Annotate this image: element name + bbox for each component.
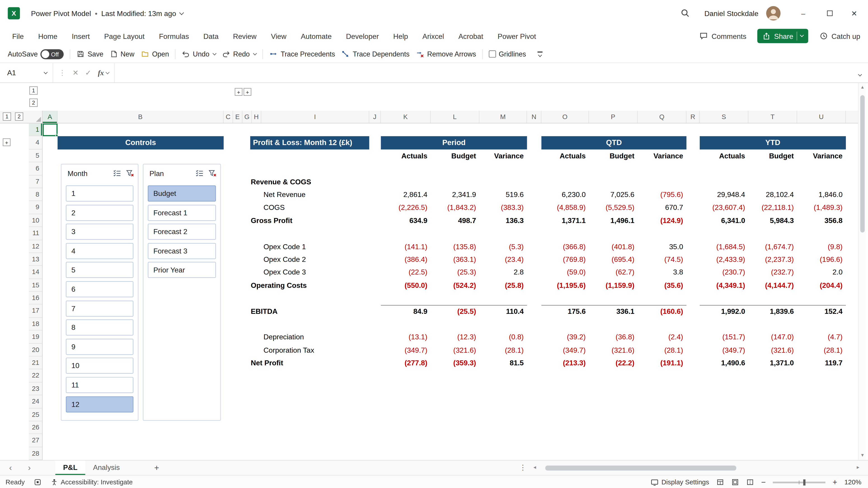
menu-automate[interactable]: Automate [301,32,332,40]
add-sheet-button[interactable]: + [151,461,163,476]
formula-input[interactable] [114,63,852,83]
cell-period-budget-r20[interactable]: (321.6) [431,344,479,357]
report-title-banner[interactable]: Profit & Loss: Month 12 (£k) [250,136,369,149]
zoom-level[interactable]: 120% [844,478,861,486]
row-header-22[interactable]: 22 [29,369,42,382]
cell-period-budget-r12[interactable]: (135.8) [431,240,479,253]
display-settings-button[interactable]: Display Settings [650,478,709,486]
menu-review[interactable]: Review [233,32,256,40]
cell-qtd-actuals-r19[interactable]: (39.2) [541,331,589,344]
row-header-9[interactable]: 9 [29,201,42,214]
sheet-tab-analysis[interactable]: Analysis [85,461,127,476]
horizontal-scrollbar[interactable]: ◄ ► [530,461,862,476]
column-outline-level-2-button[interactable]: 2 [29,98,38,107]
row-header-6[interactable]: 6 [29,162,42,175]
plan-slicer[interactable]: Plan BudgetForecast 1Forecast 2Forecast … [143,164,221,421]
scroll-right-icon[interactable]: ► [854,461,862,476]
month-item-5[interactable]: 5 [66,262,133,278]
row-header-27[interactable]: 27 [29,434,42,447]
qtd-group-banner[interactable]: QTD [541,136,686,149]
column-header-l[interactable]: L [431,111,479,123]
open-button[interactable]: Open [141,50,169,58]
cell-qtd-actuals-r20[interactable]: (349.7) [541,344,589,357]
sheet-tab-pnl[interactable]: P&L [55,461,85,476]
column-header-m[interactable]: M [479,111,527,123]
autosave-switch[interactable]: Off [40,49,64,59]
tab-options-icon[interactable]: ⋮ [519,461,526,476]
scroll-up-icon[interactable]: ▲ [859,83,866,92]
row-header-8[interactable]: 8 [29,188,42,201]
row-header-26[interactable]: 26 [29,421,42,434]
cell-period-variance-r13[interactable]: (23.4) [479,253,527,266]
vertical-scroll-thumb[interactable] [860,95,865,233]
column-header-t[interactable]: T [748,111,797,123]
menu-insert[interactable]: Insert [72,32,90,40]
plan-item-forecast-1[interactable]: Forecast 1 [148,205,216,221]
row-outline-level-1-button[interactable]: 1 [3,112,11,121]
zoom-slider[interactable] [773,482,826,483]
column-header-j[interactable]: J [369,111,381,123]
menu-formulas[interactable]: Formulas [159,32,189,40]
column-header-i[interactable]: I [261,111,369,123]
row-outline-level-2-button[interactable]: 2 [15,112,23,121]
sheet-nav-right-icon[interactable]: › [23,461,35,476]
cell-ytd-variance-r20[interactable]: (28.1) [797,344,846,357]
cell-period-variance-r10[interactable]: 136.3 [479,214,527,227]
row-header-11[interactable]: 11 [29,227,42,240]
row-header-25[interactable]: 25 [29,408,42,421]
expand-row-group-button[interactable]: + [3,139,10,146]
cell-ytd-budget-r21[interactable]: 1,371.0 [748,357,797,369]
multi-select-icon[interactable] [112,169,122,178]
cell-period-variance-r19[interactable]: (0.8) [479,331,527,344]
row-label-cogs[interactable]: COGS [264,201,285,214]
cell-ytd-actuals-r10[interactable]: 6,341.0 [700,214,748,227]
cell-ytd-actuals-r21[interactable]: 1,490.6 [700,357,748,369]
row-header-17[interactable]: 17 [29,305,42,318]
menu-view[interactable]: View [271,32,286,40]
formula-bar-expand-button[interactable] [852,68,868,78]
cell-period-budget-r17[interactable]: (25.5) [431,305,479,318]
row-label-opex-code-2[interactable]: Opex Code 2 [264,253,306,266]
cell-qtd-budget-r17[interactable]: 336.1 [589,305,638,318]
column-header-r[interactable]: R [686,111,700,123]
cell-period-budget-r10[interactable]: 498.7 [431,214,479,227]
row-label-net-profit[interactable]: Net Profit [251,357,283,369]
row-label-depreciation[interactable]: Depreciation [264,331,304,344]
month-item-9[interactable]: 9 [66,339,133,355]
column-header-c[interactable]: C [224,111,233,123]
row-header-10[interactable]: 10 [29,214,42,227]
document-title-menu[interactable]: Power Pivot Model • Last Modified: 13m a… [31,0,183,27]
row-header-14[interactable]: 14 [29,266,42,279]
column-header-a[interactable]: A [43,111,58,123]
column-header-o[interactable]: O [541,111,589,123]
save-button[interactable]: Save [76,50,103,58]
cell-qtd-actuals-r21[interactable]: (213.3) [541,357,589,369]
row-header-21[interactable]: 21 [29,357,42,369]
cell-period-variance-r21[interactable]: 81.5 [479,357,527,369]
selected-cell-a1[interactable] [43,123,58,136]
clear-filter-icon[interactable] [208,169,217,178]
cell-ytd-actuals-r9[interactable]: (23,607.4) [700,201,748,214]
cell-period-actuals-r15[interactable]: (550.0) [381,279,431,292]
avatar[interactable] [766,6,781,21]
cell-qtd-actuals-r10[interactable]: 1,371.1 [541,214,589,227]
cell-period-actuals-r19[interactable]: (13.1) [381,331,431,344]
row-header-18[interactable]: 18 [29,318,42,331]
month-item-12[interactable]: 12 [66,396,133,412]
cell-ytd-variance-r8[interactable]: 1,846.0 [797,188,846,201]
column-label-qtd-budget[interactable]: Budget [589,149,638,162]
column-label-ytd-variance[interactable]: Variance [797,149,846,162]
plan-item-budget[interactable]: Budget [148,185,216,202]
cell-period-actuals-r8[interactable]: 2,861.4 [381,188,431,201]
select-all-corner[interactable] [29,111,42,123]
cell-ytd-actuals-r8[interactable]: 29,948.4 [700,188,748,201]
cell-period-variance-r14[interactable]: 2.8 [479,266,527,279]
row-header-28[interactable]: 28 [29,447,42,460]
trace-dependents-button[interactable]: Trace Dependents [341,50,409,58]
clear-filter-icon[interactable] [125,169,135,178]
cell-period-actuals-r10[interactable]: 634.9 [381,214,431,227]
row-label-revenue-cogs[interactable]: Revenue & COGS [251,175,311,188]
user-name[interactable]: Daniel Stockdale [705,0,758,27]
search-icon[interactable] [680,8,690,18]
column-label-period-budget[interactable]: Budget [431,149,479,162]
